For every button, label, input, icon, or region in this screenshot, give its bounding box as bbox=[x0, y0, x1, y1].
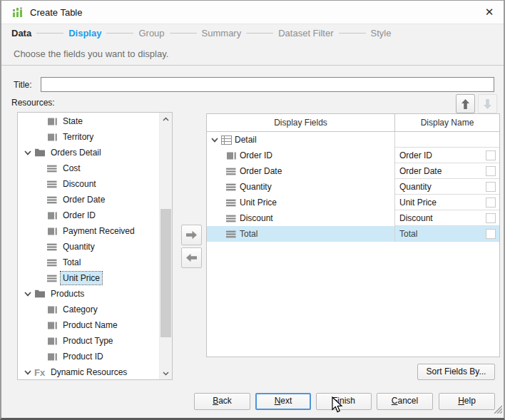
back-button[interactable]: Back bbox=[194, 393, 250, 410]
cancel-button[interactable]: Cancel bbox=[377, 393, 433, 410]
tree-item-label: Quantity bbox=[61, 240, 97, 253]
step-connector bbox=[339, 33, 366, 34]
table-row-discount[interactable]: Discount Discount bbox=[207, 210, 499, 226]
step-connector bbox=[170, 33, 197, 34]
tree-item-payment-received[interactable]: Payment Received bbox=[18, 223, 160, 239]
table-row-order-date[interactable]: Order Date Order Date bbox=[207, 163, 499, 179]
create-table-dialog: Create Table ✕ Data Display Group Summar… bbox=[0, 0, 505, 420]
step-style[interactable]: Style bbox=[371, 28, 392, 39]
field-label: Order ID bbox=[240, 150, 272, 160]
display-name-cell[interactable]: Unit Price bbox=[395, 195, 499, 210]
string-field-icon bbox=[47, 226, 58, 237]
step-data[interactable]: Data bbox=[11, 28, 31, 39]
resources-label: Resources: bbox=[11, 98, 55, 108]
next-button[interactable]: Next bbox=[255, 393, 311, 410]
table-row-order-id[interactable]: Order ID Order ID bbox=[207, 148, 499, 163]
close-button[interactable]: ✕ bbox=[481, 4, 497, 20]
window-title: Create Table bbox=[30, 7, 82, 18]
chevron-down-icon bbox=[24, 370, 32, 375]
tree-item-territory[interactable]: Territory bbox=[18, 129, 160, 145]
left-arrow-icon bbox=[185, 253, 198, 262]
scrollbar-down-button[interactable] bbox=[160, 367, 172, 379]
step-dataset-filter[interactable]: Dataset Filter bbox=[278, 28, 333, 39]
tree-item-order-date[interactable]: Order Date bbox=[18, 192, 160, 208]
display-name-cell[interactable]: Total bbox=[395, 226, 499, 242]
move-up-button[interactable] bbox=[456, 94, 475, 113]
step-group[interactable]: Group bbox=[138, 28, 164, 39]
tree-item-product-id[interactable]: Product ID bbox=[18, 349, 160, 364]
tree-item-total[interactable]: Total bbox=[18, 255, 160, 270]
tree-item-orders-detail[interactable]: Orders Detail bbox=[18, 145, 160, 160]
numeric-field-icon bbox=[226, 213, 237, 224]
tree-item-products[interactable]: Products bbox=[18, 286, 160, 302]
numeric-field-icon bbox=[47, 163, 58, 174]
add-field-button[interactable] bbox=[181, 225, 202, 245]
close-icon: ✕ bbox=[485, 6, 494, 19]
tree-item-label: Category bbox=[61, 303, 100, 316]
display-name-cell[interactable]: Order Date bbox=[395, 163, 499, 179]
display-name-value: Order Date bbox=[399, 166, 442, 176]
display-name-cell[interactable] bbox=[395, 132, 499, 148]
column-header-display-fields: Display Fields bbox=[207, 114, 395, 131]
tree-item-product-type[interactable]: Product Type bbox=[18, 333, 160, 349]
tree-item-discount[interactable]: Discount bbox=[18, 176, 160, 192]
wizard-steps: Data Display Group Summary Dataset Filte… bbox=[11, 28, 391, 39]
tree-item-cost[interactable]: Cost bbox=[18, 160, 160, 176]
display-name-cell[interactable]: Quantity bbox=[395, 179, 499, 195]
field-label: Order Date bbox=[240, 166, 282, 176]
remove-field-button[interactable] bbox=[181, 247, 202, 268]
table-row-total-selected[interactable]: Total Total bbox=[207, 226, 499, 242]
finish-button[interactable]: Finish bbox=[316, 393, 372, 410]
display-name-value: Order ID bbox=[399, 150, 432, 160]
display-name-value: Discount bbox=[399, 213, 433, 223]
numeric-field-icon bbox=[47, 195, 58, 205]
tree-item-label: Territory bbox=[61, 130, 96, 143]
tree-item-quantity[interactable]: Quantity bbox=[18, 239, 160, 255]
string-field-icon bbox=[47, 320, 58, 331]
display-name-checkbox[interactable] bbox=[486, 198, 496, 208]
field-label: Discount bbox=[240, 213, 273, 223]
display-name-cell[interactable]: Order ID bbox=[395, 148, 499, 163]
tree-scrollbar[interactable] bbox=[159, 113, 172, 379]
tree-item-state[interactable]: State bbox=[18, 113, 160, 129]
step-summary[interactable]: Summary bbox=[202, 28, 242, 39]
tree-item-label: Order Date bbox=[61, 193, 107, 206]
table-row-detail[interactable]: Detail bbox=[207, 132, 499, 148]
step-description: Choose the fields you want to display. bbox=[1, 45, 504, 66]
step-connector bbox=[36, 33, 63, 34]
step-display[interactable]: Display bbox=[68, 28, 101, 39]
display-name-value: Quantity bbox=[399, 182, 432, 192]
resize-grip-icon[interactable] bbox=[492, 404, 502, 416]
display-name-checkbox[interactable] bbox=[486, 150, 496, 160]
move-down-button[interactable] bbox=[478, 94, 497, 113]
tree-item-label: Dynamic Resources bbox=[49, 366, 129, 379]
help-button[interactable]: Help bbox=[439, 393, 495, 410]
table-row-quantity[interactable]: Quantity Quantity bbox=[207, 179, 499, 195]
tree-item-label: Total bbox=[61, 256, 83, 269]
tree-item-unit-price[interactable]: Unit Price bbox=[18, 270, 160, 286]
display-name-checkbox[interactable] bbox=[486, 213, 496, 223]
folder-icon bbox=[34, 289, 46, 299]
display-name-cell[interactable]: Discount bbox=[395, 210, 499, 226]
display-name-checkbox[interactable] bbox=[486, 166, 496, 176]
display-name-checkbox[interactable] bbox=[486, 229, 496, 239]
chevron-down-icon bbox=[24, 150, 32, 155]
string-field-icon bbox=[47, 116, 58, 127]
numeric-field-icon bbox=[226, 198, 237, 208]
tree-item-category[interactable]: Category bbox=[18, 302, 160, 317]
titlebar: Create Table ✕ bbox=[1, 1, 504, 24]
display-name-checkbox[interactable] bbox=[486, 182, 496, 192]
tree-item-product-name[interactable]: Product Name bbox=[18, 317, 160, 333]
scrollbar-up-button[interactable] bbox=[160, 113, 172, 125]
sort-fields-button[interactable]: Sort Fields By... bbox=[417, 364, 495, 380]
table-row-unit-price[interactable]: Unit Price Unit Price bbox=[207, 195, 499, 210]
display-fields-table: Display Fields Display Name Detail Order… bbox=[206, 113, 500, 357]
scrollbar-thumb[interactable] bbox=[160, 209, 171, 337]
title-input[interactable] bbox=[41, 77, 494, 92]
numeric-field-icon bbox=[47, 179, 58, 190]
tree-item-label: Product ID bbox=[61, 350, 106, 363]
folder-icon bbox=[34, 148, 46, 158]
tree-item-label: Cost bbox=[61, 162, 83, 175]
tree-item-order-id[interactable]: Order ID bbox=[18, 208, 160, 223]
tree-item-dynamic-resources[interactable]: Fx Dynamic Resources bbox=[18, 364, 160, 379]
